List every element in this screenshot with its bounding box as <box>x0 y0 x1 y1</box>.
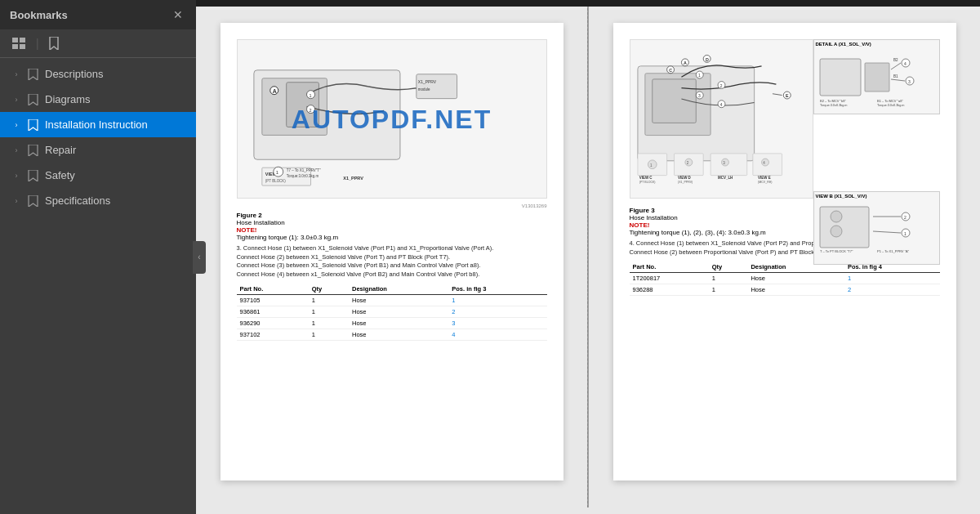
svg-text:VIEW C: VIEW C <box>639 176 653 180</box>
right-fig-num: Figure 3 <box>630 207 655 214</box>
designation: Hose <box>349 295 448 306</box>
sidebar-close-button[interactable]: ✕ <box>170 7 186 23</box>
svg-text:3: 3 <box>908 79 911 84</box>
table-row: 936288 1 Hose 2 <box>630 284 940 296</box>
svg-point-55 <box>648 160 657 169</box>
qty: 1 <box>309 306 349 318</box>
svg-text:A: A <box>272 88 276 94</box>
bookmark-icon-repair <box>28 145 38 156</box>
pos-link[interactable]: 1 <box>448 295 546 306</box>
left-parts-table: Part No. Qty Designation Pos. in fig 3 9… <box>237 284 547 341</box>
pos-link[interactable]: 1 <box>844 273 940 284</box>
designation: Hose <box>349 306 448 318</box>
expand-arrow-specifications: › <box>11 197 21 205</box>
qty: 1 <box>709 273 748 284</box>
svg-text:2: 2 <box>309 108 311 113</box>
part-no: 937102 <box>237 329 309 341</box>
sidebar-item-safety[interactable]: › Safety <box>0 163 196 188</box>
svg-text:VIEW E: VIEW E <box>758 176 771 180</box>
svg-line-43 <box>772 94 782 96</box>
svg-text:VIEW D: VIEW D <box>677 176 691 180</box>
svg-text:E: E <box>785 93 788 98</box>
svg-text:T7 – To X1_PPRV"T": T7 – To X1_PPRV"T" <box>286 168 320 172</box>
svg-rect-3 <box>20 44 25 49</box>
bookmark-icon <box>48 37 60 50</box>
table-row: 937105 1 Hose 1 <box>237 295 547 306</box>
expand-arrow-installation: › <box>11 121 21 129</box>
left-fig-num: Figure 2 <box>237 212 262 219</box>
sidebar-item-label-specifications: Specifications <box>45 194 188 207</box>
top-bar <box>196 0 980 7</box>
left-fig-title: Hose Installation <box>237 219 285 226</box>
svg-text:2: 2 <box>904 215 906 220</box>
left-figure-diagram: A X1_PPRV module VIEW A (PT BLOCK) <box>237 39 547 199</box>
svg-text:3: 3 <box>697 94 700 98</box>
left-instruction-3: 3. Connect Hose (1) between X1_Solenoid … <box>237 244 547 279</box>
left-page: A X1_PPRV module VIEW A (PT BLOCK) <box>220 23 564 480</box>
bookmark-view-button[interactable] <box>44 34 64 52</box>
part-no: 937105 <box>237 295 309 306</box>
bookmark-icon-installation <box>28 119 38 131</box>
qty: 1 <box>309 295 349 306</box>
sidebar-title: Bookmarks <box>10 9 68 21</box>
svg-text:B1: B1 <box>893 74 898 78</box>
qty: 1 <box>309 329 349 341</box>
right-page: C A D 1 <box>613 23 956 480</box>
svg-rect-1 <box>20 38 25 42</box>
bookmark-list: › Descriptions › Diagrams › Installation… <box>0 58 196 514</box>
bookmark-icon-safety <box>28 170 38 181</box>
svg-text:D: D <box>705 57 708 62</box>
left-note-label: NOTE! <box>237 226 257 234</box>
designation: Hose <box>349 318 448 329</box>
svg-point-78 <box>831 211 842 222</box>
pages-container: A X1_PPRV module VIEW A (PT BLOCK) <box>196 0 980 514</box>
right-parts-table: Part No. Qty Designation Pos. in fig 4 1… <box>630 261 940 296</box>
svg-text:B2: B2 <box>893 58 898 62</box>
svg-text:Torque:3.0±0.3kg.m: Torque:3.0±0.3kg.m <box>877 104 905 107</box>
svg-rect-53 <box>710 154 747 176</box>
left-tightening: Tightening torque (1): 3.0±0.3 kg.m <box>237 234 339 241</box>
view-b-svg: 2 1 T – To PT BLOCK "T7" P1 – To X1_PPRV… <box>816 199 930 257</box>
svg-rect-63 <box>820 59 861 96</box>
pos-link[interactable]: 3 <box>448 318 546 329</box>
right-diagram-svg: C A D 1 <box>630 40 813 198</box>
view-b-panel: VIEW B (X1_SOL_V/V) 2 1 <box>813 191 940 265</box>
right-side-panels: DETAIL A (X1_SOL_V/V) 4 3 <box>813 39 940 199</box>
sidebar-item-installation[interactable]: › Installation Instruction <box>0 112 196 137</box>
svg-line-85 <box>873 231 901 233</box>
svg-line-70 <box>891 79 905 81</box>
pos-link[interactable]: 4 <box>448 329 546 341</box>
right-figure-area: C A D 1 <box>630 39 940 199</box>
sidebar-item-label-installation: Installation Instruction <box>45 118 188 131</box>
expand-arrow-diagrams: › <box>11 96 21 104</box>
part-no: 936861 <box>237 306 309 318</box>
detail-a-svg: 4 3 B2 B1 B2 – To MCV "b8" Torque:3.0±0.… <box>816 47 930 108</box>
designation: Hose <box>349 329 448 341</box>
sidebar-item-descriptions[interactable]: › Descriptions <box>0 61 196 87</box>
table-row: 936861 1 Hose 2 <box>237 306 547 318</box>
svg-rect-6 <box>286 83 318 127</box>
sidebar-item-label-descriptions: Descriptions <box>45 68 188 80</box>
sidebar-item-specifications[interactable]: › Specifications <box>0 188 196 213</box>
sidebar-collapse-handle[interactable]: ‹ <box>193 241 206 274</box>
svg-rect-2 <box>12 44 18 49</box>
expand-arrow-safety: › <box>11 172 21 180</box>
left-version: V13013269 <box>237 203 547 208</box>
designation: Hose <box>747 284 844 296</box>
sidebar-item-diagrams[interactable]: › Diagrams <box>0 87 196 112</box>
table-row: 937102 1 Hose 4 <box>237 329 547 341</box>
pos-link[interactable]: 2 <box>448 306 546 318</box>
left-diagram-svg: A X1_PPRV module VIEW A (PT BLOCK) <box>238 40 546 198</box>
expand-arrow-repair: › <box>11 146 21 154</box>
pos-link[interactable]: 2 <box>844 284 940 296</box>
svg-rect-64 <box>865 63 889 92</box>
sidebar-item-repair[interactable]: › Repair <box>0 137 196 163</box>
part-no: 936288 <box>630 284 709 296</box>
svg-text:A: A <box>684 60 687 65</box>
svg-text:(PT BLOCK): (PT BLOCK) <box>639 181 655 184</box>
thumbnail-view-button[interactable] <box>8 34 31 52</box>
col-qty: Qty <box>309 284 349 295</box>
svg-rect-77 <box>820 207 869 248</box>
left-figure-caption: Figure 2 Hose Installation NOTE! Tighten… <box>237 212 547 241</box>
right-col-part-no: Part No. <box>630 261 709 273</box>
